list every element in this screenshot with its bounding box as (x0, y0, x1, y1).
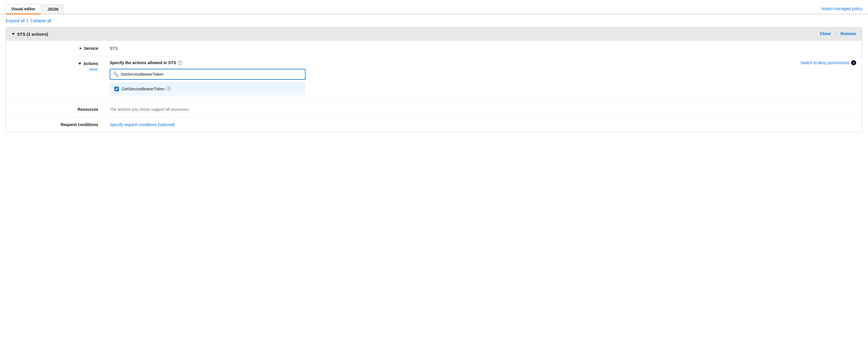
expand-collapse-bar: Expand all | Collapse all (0, 14, 868, 27)
getservicebearertoken-label: GetServiceBearerToken ? (122, 87, 171, 91)
import-managed-policy-link[interactable]: Import managed policy (822, 6, 862, 14)
actions-checkbox-list: GetServiceBearerToken ? (110, 82, 306, 96)
actions-label-inner: Actions (78, 61, 98, 66)
statement-header-left: STS (2 actions) (12, 32, 48, 37)
getservicebearertoken-help-icon[interactable]: ? (166, 87, 171, 91)
conditions-row: Request conditions Specify request condi… (6, 117, 862, 132)
expand-all-link[interactable]: Expand all (6, 19, 25, 23)
actions-header-row: Specify the actions allowed in STS ? Swi… (110, 60, 856, 65)
policy-editor: STS (2 actions) Clone Remove Service STS… (6, 27, 862, 132)
switch-deny-info-icon[interactable]: i (851, 60, 856, 65)
statement-title: STS (2 actions) (17, 32, 48, 37)
tab-json[interactable]: JSON (42, 4, 64, 14)
service-row: Service STS (6, 40, 862, 56)
actions-label-col: Actions close (6, 56, 104, 72)
getservicebearertoken-text: GetServiceBearerToken (122, 87, 165, 91)
service-content-col: STS (104, 41, 862, 56)
conditions-label-col: Request conditions (6, 117, 104, 132)
resources-value: The actions you chose support all resour… (110, 107, 190, 112)
statement-header-actions: Clone Remove (820, 31, 856, 37)
specify-conditions-link[interactable]: Specify request conditions (optional) (110, 122, 175, 127)
actions-label: Actions (84, 61, 98, 66)
separator: | (27, 19, 28, 23)
getservicebearertoken-checkbox[interactable] (114, 87, 119, 91)
actions-search-input[interactable] (110, 69, 306, 80)
tab-visual-editor[interactable]: Visual editor (6, 4, 41, 14)
switch-deny-text: Switch to deny permissions (800, 60, 849, 65)
search-icon: 🔍 (113, 72, 119, 77)
collapse-all-link[interactable]: Collapse all (30, 19, 51, 23)
search-container: 🔍 (110, 69, 856, 80)
collapse-statement-icon[interactable] (12, 33, 15, 35)
actions-title-text: Specify the actions allowed in STS (110, 60, 176, 65)
tabs-bar: Visual editor JSON Import managed policy (0, 0, 868, 14)
actions-content-col: Specify the actions allowed in STS ? Swi… (104, 56, 862, 102)
resources-label: Resources (78, 107, 98, 112)
resources-label-col: Resources (6, 102, 104, 117)
actions-row-wrapper: Actions close Specify the actions allowe… (6, 56, 862, 102)
actions-row: Actions close Specify the actions allowe… (6, 56, 862, 102)
tabs-left: Visual editor JSON (6, 3, 64, 14)
clone-statement-button[interactable]: Clone (820, 31, 831, 37)
actions-help-icon[interactable]: ? (178, 60, 182, 65)
service-value: STS (110, 45, 118, 51)
service-label: Service (84, 46, 98, 51)
collapse-actions-icon[interactable] (78, 63, 81, 65)
switch-deny-link[interactable]: Switch to deny permissions i (800, 60, 856, 65)
actions-title: Specify the actions allowed in STS ? (110, 60, 182, 65)
remove-statement-button[interactable]: Remove (841, 31, 856, 37)
conditions-content-col: Specify request conditions (optional) (104, 117, 862, 132)
resources-row: Resources The actions you chose support … (6, 102, 862, 117)
resources-content-col: The actions you chose support all resour… (104, 102, 862, 117)
expand-service-icon[interactable] (80, 47, 82, 50)
service-label-col: Service (6, 41, 104, 56)
list-item: GetServiceBearerToken ? (114, 85, 301, 93)
statement-header: STS (2 actions) Clone Remove (6, 27, 862, 40)
actions-close-link[interactable]: close (89, 67, 98, 71)
conditions-label: Request conditions (61, 122, 98, 127)
divider (836, 31, 836, 37)
